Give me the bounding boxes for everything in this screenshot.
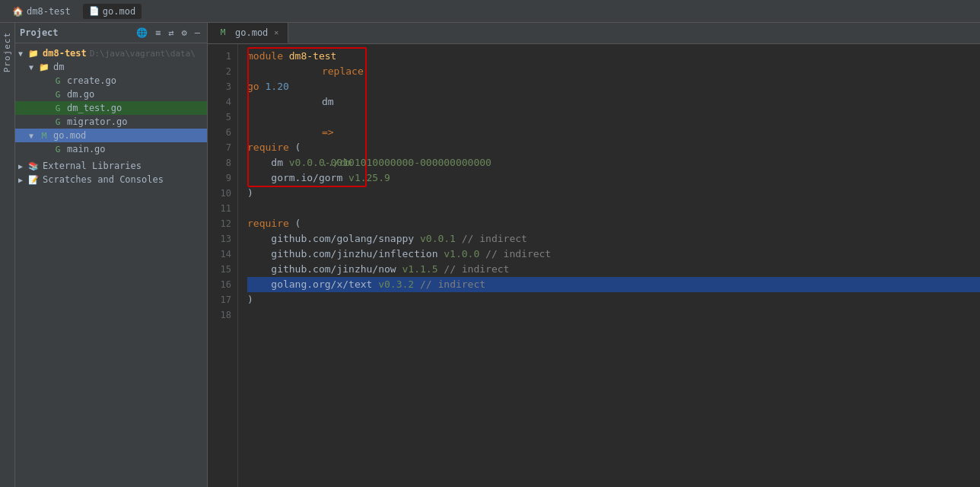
- tree-item-dm-go[interactable]: G dm.go: [15, 88, 207, 101]
- ln-17: 17: [214, 292, 231, 307]
- ln-11: 11: [214, 201, 231, 216]
- code-line-9: gorm.io/gorm v1.25.9: [247, 170, 980, 186]
- indent-13: [247, 231, 271, 247]
- title-tab-gomod-label: go.mod: [103, 6, 135, 17]
- tree-label-migrator-go: migrator.go: [67, 116, 127, 127]
- tree-item-migrator-go[interactable]: G migrator.go: [15, 115, 207, 129]
- folder-icon-dm: 📁: [38, 62, 50, 72]
- tree-label-dm: dm: [53, 62, 64, 72]
- code-line-15: github.com/jinzhu/now v1.1.5 // indirect: [247, 262, 980, 277]
- editor-tab-label: go.mod: [235, 27, 268, 38]
- left-edge: Project: [0, 23, 15, 487]
- scratch-icon: 📝: [27, 175, 40, 185]
- pkg-dm: dm: [271, 155, 283, 170]
- ln-2: 2: [214, 64, 231, 79]
- ver-snappy: v0.0.1: [420, 231, 456, 247]
- file-icon: 📄: [89, 6, 100, 16]
- editor-tabs: M go.mod ✕: [208, 23, 980, 44]
- tree-label-main-go: main.go: [67, 144, 106, 154]
- add-module-icon[interactable]: 🌐: [134, 26, 150, 40]
- tree-label-create-go: create.go: [67, 75, 116, 86]
- title-tab-project[interactable]: 🏠 dm8-test: [6, 4, 77, 19]
- tree-item-go-mod[interactable]: ▼ M go.mod: [15, 129, 207, 142]
- comment-14: // indirect: [485, 247, 551, 262]
- ln-14: 14: [214, 247, 231, 262]
- tree-label-dm-go: dm.go: [67, 89, 94, 100]
- minimize-icon[interactable]: —: [192, 26, 202, 40]
- main-layout: Project Project 🌐 ≡ ⇄ ⚙ — ▼ 📁 dm8-test D…: [0, 23, 980, 487]
- ln-8: 8: [214, 155, 231, 170]
- sidebar-title: Project: [20, 27, 131, 38]
- tree-path-dm8test: D:\java\vagrant\data\: [90, 49, 196, 59]
- line-numbers: 1 2 3 4 5 6 7 8 9 10 11 12 13 14 15 16 1…: [208, 44, 238, 487]
- comment-15: // indirect: [444, 262, 509, 277]
- ver-dm: v0.0.0-00101010000000-000000000000: [289, 155, 492, 170]
- go-icon-dmtest: G: [52, 103, 64, 113]
- editor-area: M go.mod ✕ 1 2 3 4 5 6 7 8 9 10 11 12 13…: [208, 23, 980, 487]
- kw-require2: require: [247, 216, 289, 231]
- tree-item-scratches[interactable]: ▶ 📝 Scratches and Consoles: [15, 173, 207, 186]
- tree-label-external-libs: External Libraries: [43, 161, 142, 171]
- arrow-dm: ▼: [29, 63, 38, 72]
- tree-label-dm8test: dm8-test: [43, 48, 87, 59]
- arrow-gomod: ▼: [29, 132, 38, 140]
- comment-13: // indirect: [462, 231, 527, 247]
- tab-close-button[interactable]: ✕: [274, 28, 278, 37]
- go-icon-dm: G: [52, 90, 64, 100]
- ver-text: v0.3.2: [378, 277, 414, 292]
- code-line-6: [247, 125, 980, 140]
- sidebar-tree: ▼ 📁 dm8-test D:\java\vagrant\data\ ▼ 📁 d…: [15, 43, 207, 487]
- tree-item-external-libs[interactable]: ▶ 📚 External Libraries: [15, 159, 207, 173]
- indent-16: [247, 277, 271, 292]
- title-tab-gomod[interactable]: 📄 go.mod: [83, 4, 142, 19]
- ln-1: 1: [214, 49, 231, 64]
- project-vertical-label[interactable]: Project: [2, 23, 12, 81]
- tree-item-dm-folder[interactable]: ▼ 📁 dm: [15, 60, 207, 74]
- space-5b: [322, 111, 328, 123]
- comment-16: // indirect: [420, 277, 485, 292]
- replace-pkg: dm: [322, 96, 334, 107]
- kw-replace: replace: [322, 65, 364, 77]
- pkg-gorm: gorm.io/gorm: [271, 170, 342, 186]
- settings-icon[interactable]: ⚙: [180, 26, 189, 40]
- space-9: [342, 170, 348, 186]
- code-container[interactable]: 1 2 3 4 5 6 7 8 9 10 11 12 13 14 15 16 1…: [208, 44, 980, 487]
- tree-item-dm8test[interactable]: ▼ 📁 dm8-test D:\java\vagrant\data\: [15, 46, 207, 60]
- sidebar: Project 🌐 ≡ ⇄ ⚙ — ▼ 📁 dm8-test D:\java\v…: [15, 23, 208, 487]
- list-view-icon[interactable]: ≡: [153, 26, 163, 40]
- tree-label-scratches: Scratches and Consoles: [43, 174, 164, 185]
- space-14b: [479, 247, 485, 262]
- pkg-snappy: github.com/golang/snappy: [271, 231, 414, 247]
- ln-7: 7: [214, 140, 231, 155]
- tree-item-dm-test-go[interactable]: G dm_test.go: [15, 101, 207, 115]
- space-7: (: [289, 140, 301, 155]
- indent-15: [247, 262, 271, 277]
- pkg-now: github.com/jinzhu/now: [271, 262, 396, 277]
- collapse-icon[interactable]: ⇄: [166, 26, 176, 40]
- code-line-11: [247, 201, 980, 216]
- tree-item-main-go[interactable]: G main.go: [15, 142, 207, 156]
- space-5a: [322, 81, 328, 92]
- close-paren-2: ): [247, 292, 253, 307]
- ln-16: 16: [214, 277, 231, 292]
- tree-item-create-go[interactable]: G create.go: [15, 74, 207, 88]
- code-content[interactable]: module dm8-test go 1.20 replace: [238, 44, 980, 487]
- code-line-8: dm v0.0.0-00101010000000-000000000000: [247, 155, 980, 170]
- home-icon: 🏠: [12, 6, 24, 17]
- code-line-14: github.com/jinzhu/inflection v1.0.0 // i…: [247, 247, 980, 262]
- ln-5: 5: [214, 110, 231, 125]
- ln-10: 10: [214, 186, 231, 201]
- ln-6: 6: [214, 125, 231, 140]
- ver-gorm: v1.25.9: [348, 170, 390, 186]
- code-line-5: replace dm => ../dm: [247, 110, 980, 125]
- space-16: [372, 277, 378, 292]
- space-8: [283, 155, 289, 170]
- indent-14: [247, 247, 271, 262]
- ln-3: 3: [214, 79, 231, 94]
- editor-tab-gomod[interactable]: M go.mod ✕: [208, 23, 288, 43]
- code-line-13: github.com/golang/snappy v0.0.1 // indir…: [247, 231, 980, 247]
- go-icon-create: G: [52, 76, 64, 86]
- arrow-dm8test: ▼: [18, 49, 27, 58]
- code-line-17: ): [247, 292, 980, 307]
- ln-18: 18: [214, 307, 231, 323]
